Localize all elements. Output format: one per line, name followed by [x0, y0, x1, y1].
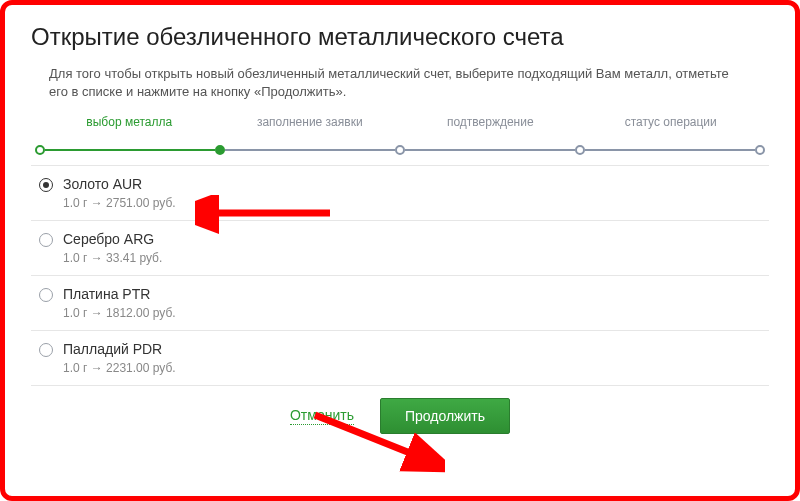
step-dot	[35, 145, 45, 155]
metal-rate: 1.0 г → 1812.00 руб.	[63, 306, 176, 320]
metal-rate: 1.0 г → 2751.00 руб.	[63, 196, 176, 210]
step-dot	[755, 145, 765, 155]
metal-name: Серебро ARG	[63, 231, 162, 247]
metal-name: Палладий PDR	[63, 341, 176, 357]
step-choose-metal: выбор металла	[39, 115, 220, 133]
metal-name: Золото AUR	[63, 176, 176, 192]
step-track	[31, 145, 769, 155]
page-title: Открытие обезличенного металлического сч…	[31, 23, 769, 51]
radio-platinum[interactable]	[39, 288, 53, 302]
step-dot	[575, 145, 585, 155]
step-confirm: подтверждение	[400, 115, 581, 133]
metal-row-gold[interactable]: Золото AUR 1.0 г → 2751.00 руб.	[31, 166, 769, 221]
continue-button[interactable]: Продолжить	[380, 398, 510, 434]
step-status: статус операции	[581, 115, 762, 133]
step-fill-form: заполнение заявки	[220, 115, 401, 133]
metal-name: Платина PTR	[63, 286, 176, 302]
radio-gold[interactable]	[39, 178, 53, 192]
step-dot	[215, 145, 225, 155]
step-line	[45, 149, 215, 151]
step-labels: выбор металла заполнение заявки подтверж…	[31, 115, 769, 133]
step-line	[405, 149, 575, 151]
step-line	[225, 149, 395, 151]
metal-row-silver[interactable]: Серебро ARG 1.0 г → 33.41 руб.	[31, 221, 769, 276]
metal-row-palladium[interactable]: Палладий PDR 1.0 г → 2231.00 руб.	[31, 331, 769, 386]
step-dot	[395, 145, 405, 155]
cancel-link[interactable]: Отменить	[290, 407, 354, 425]
metal-list: Золото AUR 1.0 г → 2751.00 руб. Серебро …	[31, 165, 769, 386]
radio-silver[interactable]	[39, 233, 53, 247]
step-line	[585, 149, 755, 151]
actions-bar: Отменить Продолжить	[31, 386, 769, 434]
intro-text: Для того чтобы открыть новый обезличенны…	[31, 65, 769, 115]
metal-rate: 1.0 г → 2231.00 руб.	[63, 361, 176, 375]
radio-palladium[interactable]	[39, 343, 53, 357]
metal-rate: 1.0 г → 33.41 руб.	[63, 251, 162, 265]
metal-row-platinum[interactable]: Платина PTR 1.0 г → 1812.00 руб.	[31, 276, 769, 331]
